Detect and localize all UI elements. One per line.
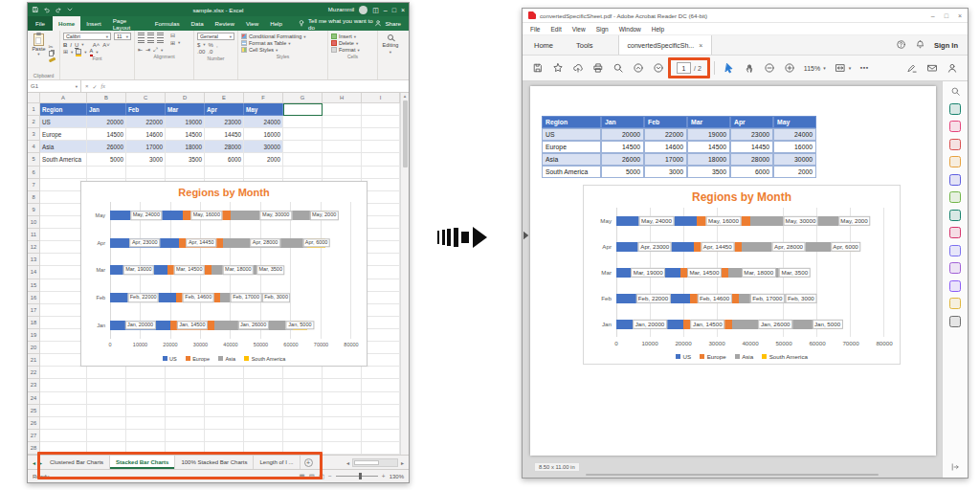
- legend-item-europe[interactable]: Europe: [700, 353, 725, 360]
- row-header-12[interactable]: 12: [28, 241, 40, 254]
- cell-I10[interactable]: [362, 216, 400, 229]
- cell-H24[interactable]: [323, 392, 362, 405]
- number-format-select[interactable]: General▾: [197, 33, 234, 40]
- cell-G1[interactable]: [283, 103, 323, 116]
- confirm-entry-icon[interactable]: ✓: [93, 83, 98, 90]
- search-icon[interactable]: [612, 62, 624, 74]
- row-header-16[interactable]: 16: [28, 292, 40, 304]
- cell-F2[interactable]: 24000: [244, 116, 283, 128]
- ribbon-tab-review[interactable]: Review: [210, 16, 240, 31]
- cell-C3[interactable]: 14600: [126, 128, 166, 141]
- cell-G28[interactable]: [283, 442, 323, 455]
- cell-H3[interactable]: [323, 128, 362, 141]
- row-header-10[interactable]: 10: [28, 216, 40, 229]
- column-header-C[interactable]: C: [126, 93, 166, 103]
- cell-F3[interactable]: 16000: [244, 128, 283, 141]
- previous-page-icon[interactable]: [633, 62, 644, 74]
- row-header-2[interactable]: 2: [28, 116, 40, 128]
- zoom-in-icon[interactable]: [784, 62, 795, 74]
- customize-quick-access-icon[interactable]: [66, 6, 74, 13]
- cell-D24[interactable]: [166, 392, 205, 405]
- hscroll-left-icon[interactable]: ◂: [345, 459, 351, 466]
- cell-D4[interactable]: 18000: [166, 141, 205, 153]
- align-right-icon[interactable]: [157, 40, 164, 46]
- cell-I26[interactable]: [362, 417, 400, 430]
- maximize-icon[interactable]: □: [392, 7, 396, 13]
- normal-view-icon[interactable]: ▦: [300, 473, 305, 480]
- send-mail-icon[interactable]: [926, 62, 938, 74]
- hscroll-track[interactable]: [352, 458, 398, 467]
- redo-icon[interactable]: [55, 6, 62, 13]
- row-header-14[interactable]: 14: [28, 266, 40, 278]
- scroll-up-icon[interactable]: ▴: [404, 93, 407, 99]
- legend-item-asia[interactable]: Asia: [218, 356, 235, 362]
- save-icon[interactable]: [532, 62, 544, 74]
- sheet-nav-right-icon[interactable]: ▸: [37, 459, 44, 466]
- row-header-8[interactable]: 8: [28, 191, 40, 204]
- zoom-out-button[interactable]: −: [328, 473, 332, 479]
- cell-C4[interactable]: 17000: [126, 141, 166, 153]
- cell-E26[interactable]: [205, 417, 244, 430]
- cell-I21[interactable]: [362, 354, 400, 367]
- cell-D28[interactable]: [166, 442, 205, 455]
- cell-D27[interactable]: [166, 430, 205, 442]
- cell-D25[interactable]: [166, 405, 205, 417]
- font-name-select[interactable]: Calibri▾: [63, 33, 111, 40]
- row-header-25[interactable]: 25: [28, 405, 40, 417]
- cell-E24[interactable]: [205, 392, 244, 405]
- cell-G22[interactable]: [283, 367, 323, 379]
- cell-G23[interactable]: [283, 379, 323, 391]
- cell-I23[interactable]: [362, 379, 400, 391]
- cell-I7[interactable]: [362, 179, 400, 191]
- cell-B22[interactable]: [87, 367, 126, 379]
- cancel-entry-icon[interactable]: ×: [85, 83, 89, 90]
- cell-A3[interactable]: Europe: [40, 128, 87, 141]
- font-color-button[interactable]: A: [90, 49, 94, 55]
- row-header-26[interactable]: 26: [28, 417, 40, 430]
- menu-file[interactable]: File: [530, 26, 540, 33]
- cell-B4[interactable]: 26000: [87, 141, 126, 153]
- vertical-scroll-thumb[interactable]: [403, 100, 408, 167]
- cell-D23[interactable]: [166, 379, 205, 391]
- cell-F5[interactable]: 2000: [244, 153, 283, 166]
- cell-G6[interactable]: [283, 167, 323, 179]
- format-as-table-button[interactable]: Format as Table▾: [241, 40, 324, 46]
- cell-C25[interactable]: [126, 405, 166, 417]
- hscroll-thumb[interactable]: [354, 460, 379, 465]
- cell-A26[interactable]: [40, 417, 87, 430]
- ribbon-tab-formulas[interactable]: Formulas: [149, 16, 186, 31]
- cell-D22[interactable]: [166, 367, 205, 379]
- delete-cells-button[interactable]: Delete▾: [331, 40, 374, 46]
- cell-I1[interactable]: [362, 103, 400, 116]
- column-header-B[interactable]: B: [87, 93, 126, 103]
- cell-E5[interactable]: 6000: [205, 153, 244, 166]
- legend-item-south-america[interactable]: South America: [244, 356, 285, 362]
- cell-C5[interactable]: 3000: [126, 153, 166, 166]
- cell-E27[interactable]: [205, 430, 244, 442]
- cell-I11[interactable]: [362, 229, 400, 241]
- editing-button[interactable]: Editing ▾: [383, 33, 399, 55]
- cell-B27[interactable]: [87, 430, 126, 442]
- cell-E4[interactable]: 28000: [205, 141, 244, 153]
- zoom-caret-icon[interactable]: ▾: [823, 65, 826, 71]
- sheet-tab-clustered-bar-charts[interactable]: Clustered Bar Charts: [44, 456, 110, 469]
- undo-icon[interactable]: [43, 6, 51, 13]
- sheet-tab-length[interactable]: Length of I ...: [254, 456, 300, 469]
- expand-tools-pane-icon[interactable]: [950, 462, 960, 472]
- accounting-format-icon[interactable]: $: [197, 42, 200, 48]
- bold-button[interactable]: B: [63, 42, 67, 48]
- hscroll-right-icon[interactable]: ▸: [399, 459, 406, 466]
- cell-I18[interactable]: [362, 317, 400, 329]
- cell-C6[interactable]: [126, 167, 166, 179]
- minimize-icon[interactable]: –: [384, 7, 388, 13]
- cell-H25[interactable]: [323, 405, 362, 417]
- comma-style-icon[interactable]: ,: [216, 42, 218, 48]
- font-size-select[interactable]: 11▾: [114, 33, 131, 40]
- help-icon[interactable]: [896, 39, 906, 52]
- align-top-icon[interactable]: [138, 33, 145, 38]
- cell-A22[interactable]: [40, 367, 87, 379]
- close-document-icon[interactable]: ×: [699, 42, 702, 49]
- star-icon[interactable]: [552, 62, 564, 74]
- cloud-upload-icon[interactable]: [572, 62, 584, 74]
- row-header-1[interactable]: 1: [28, 103, 40, 116]
